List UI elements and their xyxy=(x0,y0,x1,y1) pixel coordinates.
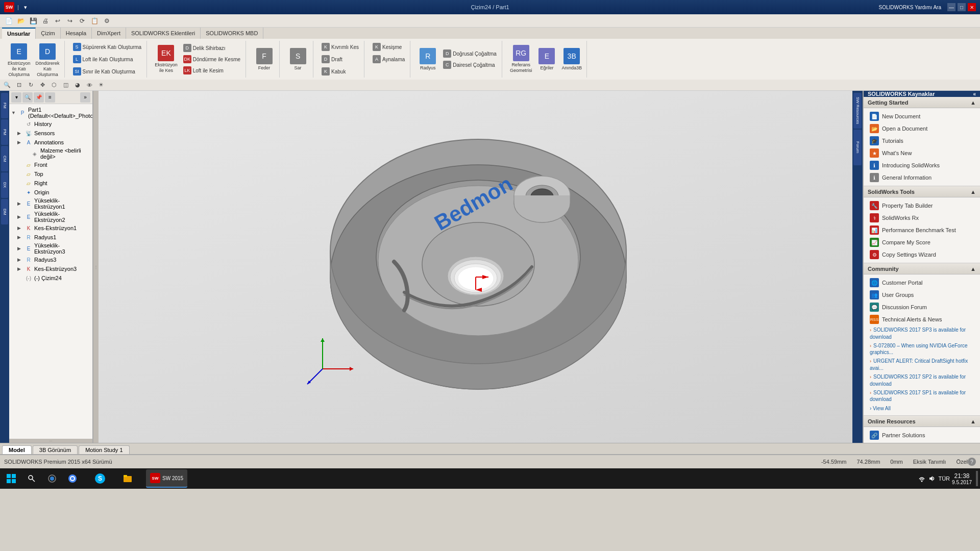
minimize-button[interactable]: — xyxy=(947,3,955,11)
property-manager-tab[interactable]: PM xyxy=(1,119,8,145)
display-style-btn[interactable]: ◕ xyxy=(72,80,83,90)
pan-btn[interactable]: ✥ xyxy=(37,80,47,90)
rib-btn[interactable]: F Feder xyxy=(253,46,276,72)
config-manager-tab[interactable]: CM xyxy=(1,146,8,171)
tutorials-item[interactable]: 🎓 Tutorials xyxy=(864,135,980,147)
radius-btn[interactable]: R Radyus xyxy=(416,46,439,72)
tree-item-material[interactable]: ◈ Malzeme <belirli değil> xyxy=(9,147,92,160)
zoom-in-btn[interactable]: 🔍 xyxy=(2,80,12,90)
help-icon[interactable]: ? xyxy=(968,458,976,466)
tab-unsurlar[interactable]: Unsurlar xyxy=(2,28,36,39)
intro-sw-item[interactable]: ℹ Introducing SolidWorks xyxy=(864,159,980,171)
mirror-btn[interactable]: AAynalama xyxy=(371,54,407,64)
tab-motion-study[interactable]: Motion Study 1 xyxy=(79,445,129,454)
redo-btn[interactable]: ↪ xyxy=(64,15,76,27)
open-btn[interactable]: 📂 xyxy=(15,15,27,27)
rebuild-btn[interactable]: ⟳ xyxy=(77,15,88,27)
undo-btn[interactable]: ↩ xyxy=(52,15,63,27)
wrap-btn[interactable]: S Sar xyxy=(287,46,309,72)
dim-expert-tab[interactable]: DX xyxy=(1,172,8,198)
news-item-2[interactable]: ›S-072800 – When using NVIDIA GeForce gr… xyxy=(864,341,980,357)
instant3d-btn[interactable]: 3B Anında3B xyxy=(560,46,583,72)
tab-cizim[interactable]: Çizim xyxy=(36,28,61,39)
skype-taskbar-app[interactable]: S xyxy=(91,469,116,488)
benchmark-item[interactable]: 📊 Performance Benchmark Test xyxy=(864,224,980,236)
tree-expand-btn[interactable]: ≡ xyxy=(45,92,55,103)
tree-collapse-arrow[interactable]: » xyxy=(80,92,90,103)
revolve-boss-btn[interactable]: D DöndürerekKatıOluşturma xyxy=(34,42,61,79)
sw-rx-item[interactable]: ⚕ SolidWorks Rx xyxy=(864,212,980,224)
news-item-4[interactable]: ›SOLIDWORKS 2017 SP2 is available for do… xyxy=(864,372,980,388)
curves-btn[interactable]: E Eğriler xyxy=(535,46,558,72)
display-manager-tab[interactable]: DM xyxy=(1,199,8,224)
news-item-1[interactable]: ›SOLIDWORKS 2017 SP3 is available for do… xyxy=(864,325,980,341)
extrude-cut-btn[interactable]: EK Ekstrüzyonile Kes xyxy=(153,43,179,75)
start-button[interactable] xyxy=(2,469,20,488)
tree-item-annotations[interactable]: ▶ A Annotations xyxy=(9,138,92,147)
direct-fillet-btn[interactable]: DDoğrusal Çoğaltma xyxy=(441,48,499,59)
tree-filter-btn[interactable]: ▾ xyxy=(11,92,21,103)
hole-wizard-btn[interactable]: DDelik Sihirbazı xyxy=(181,43,242,53)
sw-resources-tab[interactable]: SW Resources xyxy=(853,93,862,129)
clock-display[interactable]: 21:38 9.5.2017 xyxy=(952,472,972,485)
panel-collapse-btn[interactable]: « xyxy=(973,91,976,97)
intersect2-btn[interactable]: KKesişme xyxy=(371,42,404,52)
tree-pin-btn[interactable]: 📌 xyxy=(34,92,44,103)
sw-tools-header[interactable]: SolidWorks Tools ▲ xyxy=(864,186,980,197)
tab-mbd[interactable]: SOLIDWORKS MBD xyxy=(201,28,263,39)
rotate-btn[interactable]: ↻ xyxy=(26,80,36,90)
sw-forum-tab[interactable]: Forum xyxy=(853,130,862,165)
getting-started-header[interactable]: Getting Started ▲ xyxy=(864,97,980,108)
tree-item-ext1[interactable]: ▶ E Yükseklik-Ekstrüzyon1 xyxy=(9,197,92,210)
file-props-btn[interactable]: 📋 xyxy=(89,15,100,27)
user-groups-item[interactable]: 👥 User Groups xyxy=(864,289,980,301)
hide-show-btn[interactable]: 👁 xyxy=(84,80,94,90)
chrome-taskbar-app[interactable] xyxy=(63,469,89,488)
close-button[interactable]: ✕ xyxy=(968,3,976,11)
view-orient-btn[interactable]: ⬡ xyxy=(49,80,59,90)
search-btn[interactable] xyxy=(22,469,41,488)
sweep-btn[interactable]: SSüpürerek Katı Oluşturma xyxy=(71,42,144,52)
files-taskbar-app[interactable] xyxy=(118,469,144,488)
tab-model[interactable]: Model xyxy=(2,445,32,454)
tree-item-right[interactable]: ▱ Right xyxy=(9,179,92,188)
file-menu[interactable]: ▾ xyxy=(22,4,29,11)
section-view-btn[interactable]: ◫ xyxy=(61,80,71,90)
tree-item-rad3[interactable]: ▶ R Radyus3 xyxy=(9,255,92,264)
new-file-btn[interactable]: 📄 xyxy=(3,15,14,27)
community-header[interactable]: Community ▲ xyxy=(864,263,980,274)
tree-item-front[interactable]: ▱ Front xyxy=(9,160,92,169)
copy-settings-item[interactable]: ⚙ Copy Settings Wizard xyxy=(864,248,980,261)
zoom-fit-btn[interactable]: ⊡ xyxy=(14,80,24,90)
online-resources-header[interactable]: Online Resources ▲ xyxy=(864,416,980,427)
tree-search-btn[interactable]: 🔍 xyxy=(22,92,33,103)
compare-score-item[interactable]: 📈 Compare My Score xyxy=(864,236,980,248)
draft-btn[interactable]: DDraft xyxy=(320,54,345,64)
tree-item-cut3[interactable]: ▶ K Kes-Ekstrüzyon3 xyxy=(9,264,92,273)
tech-alerts-item[interactable]: RSS Technical Alerts & News xyxy=(864,313,980,325)
tree-item-rad1[interactable]: ▶ R Radyus1 xyxy=(9,233,92,242)
tree-item-history[interactable]: ↺ History xyxy=(9,119,92,129)
split-handle[interactable]: ⋮ xyxy=(93,91,99,443)
tree-item-ext2[interactable]: ▶ E Yükseklik-Ekstrüzyon2 xyxy=(9,210,92,223)
tree-item-origin[interactable]: ✦ Origin xyxy=(9,188,92,197)
intersect-btn[interactable]: KKıvrımlı Kes xyxy=(320,42,361,52)
prop-tab-builder-item[interactable]: 🔧 Property Tab Builder xyxy=(864,199,980,212)
curve-driven-btn[interactable]: CDairesel Çoğaltma xyxy=(441,60,499,70)
tab-dimxpert[interactable]: DimXpert xyxy=(92,28,126,39)
open-document-item[interactable]: 📂 Open a Document xyxy=(864,122,980,135)
solidworks-taskbar-app[interactable]: SW SW 2015 xyxy=(146,469,187,488)
lighting-btn[interactable]: ☀ xyxy=(96,80,106,90)
tree-item-cut1[interactable]: ▶ K Kes-Ekstrüzyon1 xyxy=(9,223,92,233)
tree-item-top[interactable]: ▱ Top xyxy=(9,169,92,179)
cortana-btn[interactable] xyxy=(43,469,61,488)
volume-icon[interactable] xyxy=(928,474,936,483)
discussion-forum-item[interactable]: 💬 Discussion Forum xyxy=(864,301,980,313)
boundary-btn[interactable]: SISınır ile Katı Oluşturma xyxy=(71,66,137,77)
ref-geom-btn[interactable]: RG ReferansGeometrisi xyxy=(508,43,534,75)
customer-portal-item[interactable]: 🌐 Customer Portal xyxy=(864,277,980,289)
view-all-news-link[interactable]: › View All xyxy=(864,404,980,413)
partner-solutions-item[interactable]: 🔗 Partner Solutions xyxy=(864,429,980,441)
tree-resize-handle[interactable]: ··· xyxy=(9,439,92,443)
general-info-item[interactable]: ℹ General Information xyxy=(864,171,980,184)
